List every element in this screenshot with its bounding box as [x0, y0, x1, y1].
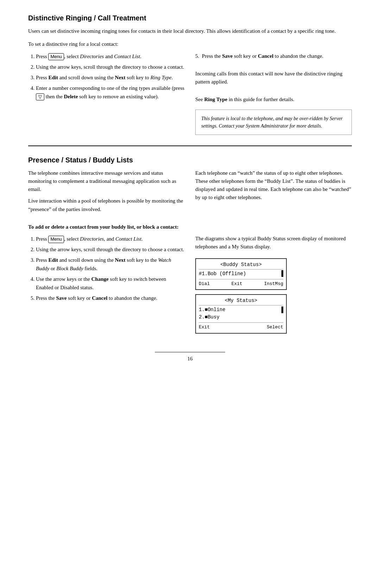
my-status-title: <My Status>: [199, 297, 283, 305]
down-arrow-key-1: ▽: [36, 93, 44, 100]
step1-2: Using the arrow keys, scroll through the…: [36, 63, 185, 71]
scroll-indicator-1: ▐: [279, 271, 283, 277]
page-number: 16: [188, 356, 193, 361]
buddy-status-softkeys: Dial Exit InstMsg: [199, 279, 283, 287]
section1-to-set: To set a distinctive ring for a local co…: [28, 40, 352, 48]
step1-1: Press Menu, select Directories and Conta…: [36, 52, 185, 61]
section2-title: Presence / Status / Buddy Lists: [28, 156, 352, 164]
page-footer: 16: [155, 352, 225, 362]
step1-4: Enter a number corresponding to one of t…: [36, 84, 185, 101]
section-divider: [28, 146, 352, 146]
section1-ring-type-note: See Ring Type in this guide for further …: [195, 95, 352, 104]
section2-left-intro: The telephone combines interactive messa…: [28, 169, 185, 217]
my-status-row2: 2.■Busy: [199, 314, 283, 321]
buddy-screens: <Buddy Status> #1.Bob (Offline) ▐ Dial E…: [195, 258, 352, 334]
scroll-indicator-2: ▐: [279, 307, 283, 313]
section2-bold-heading: To add or delete a contact from your bud…: [28, 223, 352, 231]
info-box-text: This feature is local to the telephone, …: [201, 115, 346, 130]
buddy-status-row1: #1.Bob (Offline) ▐: [199, 270, 283, 278]
step2-1: Press Menu, select Directories, and Cont…: [36, 235, 185, 243]
section2-intro1: The telephone combines interactive messa…: [28, 169, 185, 194]
section2-diagrams: The diagrams show a typical Buddy Status…: [195, 235, 352, 338]
diagrams-intro: The diagrams show a typical Buddy Status…: [195, 235, 352, 251]
step1-5: 5. Press the Save soft key or Cancel to …: [195, 52, 352, 60]
section1-steps-left: Press Menu, select Directories and Conta…: [28, 52, 185, 135]
info-box: This feature is local to the telephone, …: [195, 110, 352, 135]
section1-title: Distinctive Ringing / Call Treatment: [28, 14, 352, 22]
step2-4: Use the arrow keys or the Change soft ke…: [36, 275, 185, 292]
section1-right: 5. Press the Save soft key or Cancel to …: [195, 52, 352, 135]
buddy-status-title: <Buddy Status>: [199, 261, 283, 270]
section2-steps-left: Press Menu, select Directories, and Cont…: [28, 235, 185, 338]
menu-key-2: Menu: [48, 236, 64, 243]
section2-intro2: Live interaction within a pool of teleph…: [28, 197, 185, 213]
section2-right-intro: Each telephone can “watch” the status of…: [195, 169, 352, 217]
my-status-softkeys: Exit Select: [199, 322, 283, 331]
step1-3: Press Edit and scroll down using the Nex…: [36, 73, 185, 82]
section1-intro: Users can set distinctive incoming ringi…: [28, 27, 352, 35]
buddy-status-screen: <Buddy Status> #1.Bob (Offline) ▐ Dial E…: [195, 258, 287, 290]
section1-incoming: Incoming calls from this contact will no…: [195, 70, 352, 86]
my-status-row1: 1.■Online ▐: [199, 306, 283, 314]
section2-right-para: Each telephone can “watch” the status of…: [195, 169, 352, 202]
step2-5: Press the Save soft key or Cancel to aba…: [36, 294, 185, 302]
menu-key-1: Menu: [48, 53, 64, 60]
step2-2: Using the arrow keys, scroll through the…: [36, 245, 185, 254]
my-status-screen: <My Status> 1.■Online ▐ 2.■Busy Exit Sel…: [195, 294, 287, 334]
step2-3: Press Edit and scroll down using the Nex…: [36, 256, 185, 273]
